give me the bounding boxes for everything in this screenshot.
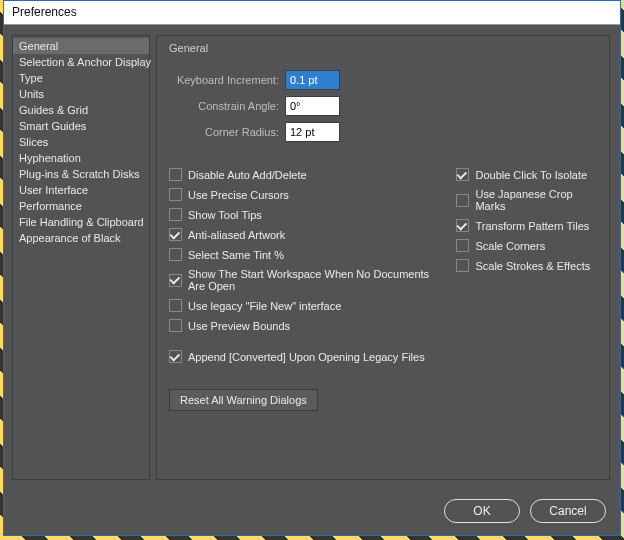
check-use-precise-cursors[interactable]: Use Precise Cursors bbox=[169, 188, 436, 201]
check-show-tool-tips[interactable]: Show Tool Tips bbox=[169, 208, 436, 221]
sidebar-item-general[interactable]: General bbox=[13, 38, 149, 54]
check-label: Transform Pattern Tiles bbox=[475, 220, 589, 232]
sidebar-item-type[interactable]: Type bbox=[13, 70, 149, 86]
check-anti-aliased-artwork[interactable]: Anti-aliased Artwork bbox=[169, 228, 436, 241]
check-show-start-workspace[interactable]: Show The Start Workspace When No Documen… bbox=[169, 268, 436, 292]
check-label: Use legacy "File New" interface bbox=[188, 300, 341, 312]
row-keyboard-increment: Keyboard Increment: bbox=[169, 70, 599, 90]
check-label: Select Same Tint % bbox=[188, 249, 284, 261]
check-label: Scale Corners bbox=[475, 240, 545, 252]
checkbox-icon bbox=[169, 248, 182, 261]
settings-panel: General Keyboard Increment: Constrain An… bbox=[156, 35, 610, 480]
check-select-same-tint[interactable]: Select Same Tint % bbox=[169, 248, 436, 261]
check-label: Scale Strokes & Effects bbox=[475, 260, 590, 272]
check-label: Show Tool Tips bbox=[188, 209, 262, 221]
check-use-preview-bounds[interactable]: Use Preview Bounds bbox=[169, 319, 436, 332]
check-label: Disable Auto Add/Delete bbox=[188, 169, 307, 181]
checkbox-icon bbox=[169, 350, 182, 363]
label-keyboard-increment: Keyboard Increment: bbox=[169, 74, 279, 86]
row-constrain-angle: Constrain Angle: bbox=[169, 96, 599, 116]
input-constrain-angle[interactable] bbox=[285, 96, 340, 116]
check-japanese-crop-marks[interactable]: Use Japanese Crop Marks bbox=[456, 188, 599, 212]
dialog-title: Preferences bbox=[4, 1, 620, 25]
checkbox-icon bbox=[169, 299, 182, 312]
label-corner-radius: Corner Radius: bbox=[169, 126, 279, 138]
checkbox-icon bbox=[169, 188, 182, 201]
preferences-dialog: Preferences General Selection & Anchor D… bbox=[3, 0, 621, 536]
checkbox-icon bbox=[169, 274, 182, 287]
category-sidebar: General Selection & Anchor Display Type … bbox=[12, 35, 150, 480]
check-label: Use Preview Bounds bbox=[188, 320, 290, 332]
row-corner-radius: Corner Radius: bbox=[169, 122, 599, 142]
checkbox-icon bbox=[456, 259, 469, 272]
sidebar-item-plugins-scratch-disks[interactable]: Plug-ins & Scratch Disks bbox=[13, 166, 149, 182]
check-label: Use Precise Cursors bbox=[188, 189, 289, 201]
dialog-body: General Selection & Anchor Display Type … bbox=[4, 25, 620, 490]
sidebar-item-file-handling-clipboard[interactable]: File Handling & Clipboard bbox=[13, 214, 149, 230]
check-label: Append [Converted] Upon Opening Legacy F… bbox=[188, 351, 425, 363]
reset-warning-dialogs-button[interactable]: Reset All Warning Dialogs bbox=[169, 389, 318, 411]
check-transform-pattern-tiles[interactable]: Transform Pattern Tiles bbox=[456, 219, 599, 232]
check-scale-corners[interactable]: Scale Corners bbox=[456, 239, 599, 252]
panel-heading: General bbox=[169, 42, 599, 54]
checkbox-icon bbox=[456, 194, 469, 207]
check-legacy-file-new[interactable]: Use legacy "File New" interface bbox=[169, 299, 436, 312]
check-scale-strokes-effects[interactable]: Scale Strokes & Effects bbox=[456, 259, 599, 272]
cancel-button[interactable]: Cancel bbox=[530, 499, 606, 523]
check-append-converted[interactable]: Append [Converted] Upon Opening Legacy F… bbox=[169, 350, 599, 363]
check-double-click-isolate[interactable]: Double Click To Isolate bbox=[456, 168, 599, 181]
sidebar-item-slices[interactable]: Slices bbox=[13, 134, 149, 150]
check-label: Use Japanese Crop Marks bbox=[475, 188, 599, 212]
sidebar-item-user-interface[interactable]: User Interface bbox=[13, 182, 149, 198]
sidebar-item-guides-grid[interactable]: Guides & Grid bbox=[13, 102, 149, 118]
input-corner-radius[interactable] bbox=[285, 122, 340, 142]
checkbox-icon bbox=[169, 228, 182, 241]
check-disable-auto-add-delete[interactable]: Disable Auto Add/Delete bbox=[169, 168, 436, 181]
dialog-footer: OK Cancel bbox=[4, 490, 620, 535]
checkbox-icon bbox=[169, 208, 182, 221]
check-label: Show The Start Workspace When No Documen… bbox=[188, 268, 436, 292]
sidebar-item-units[interactable]: Units bbox=[13, 86, 149, 102]
ok-button[interactable]: OK bbox=[444, 499, 520, 523]
sidebar-item-hyphenation[interactable]: Hyphenation bbox=[13, 150, 149, 166]
checkbox-icon bbox=[456, 219, 469, 232]
check-label: Anti-aliased Artwork bbox=[188, 229, 285, 241]
sidebar-item-smart-guides[interactable]: Smart Guides bbox=[13, 118, 149, 134]
label-constrain-angle: Constrain Angle: bbox=[169, 100, 279, 112]
checkbox-icon bbox=[456, 239, 469, 252]
sidebar-item-appearance-of-black[interactable]: Appearance of Black bbox=[13, 230, 149, 246]
check-label: Double Click To Isolate bbox=[475, 169, 587, 181]
sidebar-item-selection-anchor-display[interactable]: Selection & Anchor Display bbox=[13, 54, 149, 70]
checkbox-icon bbox=[456, 168, 469, 181]
checkbox-icon bbox=[169, 168, 182, 181]
input-keyboard-increment[interactable] bbox=[285, 70, 340, 90]
sidebar-item-performance[interactable]: Performance bbox=[13, 198, 149, 214]
checkbox-icon bbox=[169, 319, 182, 332]
checkbox-grid: Disable Auto Add/Delete Use Precise Curs… bbox=[169, 168, 599, 332]
